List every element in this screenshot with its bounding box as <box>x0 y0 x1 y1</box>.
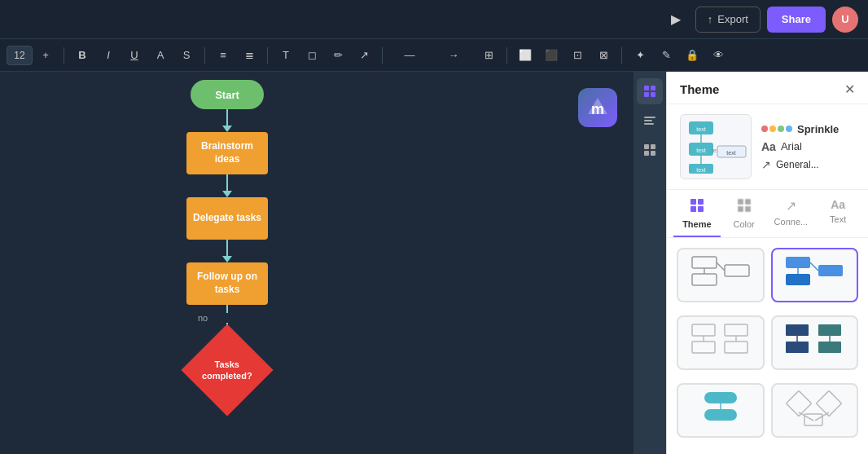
svg-rect-32 <box>692 274 717 285</box>
connect-button[interactable]: ↗ <box>353 44 375 67</box>
tab-color[interactable]: Color <box>721 193 768 237</box>
delegate-node[interactable]: Delegate tasks <box>186 197 268 240</box>
connector-icon: ↗ <box>761 158 771 171</box>
theme-info: Sprinkle Aa Arial ↗ General... <box>761 123 839 171</box>
theme-card-2[interactable] <box>771 248 859 302</box>
svg-rect-10 <box>644 151 649 156</box>
align2-button[interactable]: ≣ <box>238 44 261 67</box>
connector-1 <box>226 109 228 126</box>
svg-rect-23 <box>690 199 696 205</box>
font-size-group: + <box>7 44 57 67</box>
svg-text:text: text <box>696 148 705 153</box>
start-node[interactable]: Start <box>191 80 264 109</box>
canvas[interactable]: m Start Brainstorm ideas Delegate tasks <box>0 72 633 454</box>
svg-rect-3 <box>644 92 649 97</box>
svg-rect-57 <box>817 391 842 417</box>
pen-button[interactable]: ✏ <box>327 44 349 67</box>
theme-name-badge: Sprinkle <box>761 123 839 135</box>
theme-card-1[interactable] <box>677 248 765 302</box>
svg-text:text: text <box>696 167 705 173</box>
svg-rect-29 <box>738 206 743 212</box>
app-icon: m <box>578 88 617 127</box>
eye-button[interactable]: 👁 <box>707 44 730 67</box>
play-button[interactable]: ▶ <box>663 7 689 33</box>
tab-connector[interactable]: ↗ Conne... <box>768 193 815 237</box>
toolbar: + B I U A S ≡ ≣ T ◻ ✏ ↗ — → ⊞ ⬜ ⬛ ⊡ ⊠ ✦ … <box>0 39 868 72</box>
panel-header: Theme ✕ <box>667 72 868 104</box>
underline-button[interactable]: U <box>123 44 146 67</box>
svg-rect-41 <box>692 324 715 336</box>
svg-rect-9 <box>651 144 655 149</box>
theme-card-4[interactable] <box>771 315 859 370</box>
theme-card-3[interactable] <box>677 315 765 370</box>
share-button[interactable]: Share <box>767 7 826 33</box>
container-button[interactable]: ⬜ <box>514 44 537 67</box>
svg-rect-34 <box>725 265 749 276</box>
fill-button[interactable]: ◻ <box>300 44 323 67</box>
bold-button[interactable]: B <box>71 44 94 67</box>
lock-button[interactable]: 🔒 <box>681 44 704 67</box>
sidebar-theme-icon[interactable] <box>637 78 663 104</box>
decision-node[interactable]: Tasks completed? <box>181 324 273 416</box>
font-size-input[interactable] <box>7 46 33 65</box>
right-panel: Theme ✕ text text text — text <box>666 72 868 454</box>
svg-rect-5 <box>644 117 655 118</box>
brainstorm-node[interactable]: Brainstorm ideas <box>186 132 268 174</box>
sidebar-icon-3[interactable] <box>637 137 663 163</box>
theme-card-6[interactable] <box>771 383 859 438</box>
svg-rect-31 <box>692 257 717 268</box>
sidebar-right <box>633 72 666 454</box>
svg-rect-54 <box>704 409 737 421</box>
svg-text:text: text <box>726 150 735 156</box>
container2-button[interactable]: ⬛ <box>540 44 563 67</box>
text-button[interactable]: T <box>274 44 297 67</box>
svg-rect-56 <box>787 391 812 417</box>
theme-card-5[interactable] <box>677 383 765 438</box>
star-button[interactable]: ✦ <box>629 44 651 67</box>
svg-rect-53 <box>704 392 737 403</box>
divider-1 <box>64 47 64 64</box>
theme-font: Aa Arial <box>761 140 839 153</box>
sidebar-icon-2[interactable] <box>637 108 663 134</box>
strikethrough-button[interactable]: S <box>175 44 198 67</box>
theme-preview-main: text text text — text text <box>680 114 855 179</box>
svg-rect-58 <box>804 414 822 425</box>
arrow-1 <box>222 126 232 132</box>
followup-node[interactable]: Follow up on tasks <box>186 262 268 305</box>
edit-button[interactable]: ✎ <box>655 44 677 67</box>
tab-color-icon <box>737 198 752 216</box>
italic-button[interactable]: I <box>97 44 120 67</box>
flowchart: Start Brainstorm ideas Delegate tasks Fo… <box>186 72 268 403</box>
svg-rect-47 <box>786 324 809 336</box>
svg-rect-48 <box>786 342 809 353</box>
font-size-plus-button[interactable]: + <box>34 44 57 67</box>
no-label: no <box>198 313 208 323</box>
divider-4 <box>382 47 383 64</box>
panel-title: Theme <box>680 82 719 96</box>
align-button[interactable]: ≡ <box>212 44 235 67</box>
line-style-button[interactable]: — <box>389 44 430 67</box>
svg-rect-6 <box>644 120 652 121</box>
theme-dots <box>761 126 792 132</box>
svg-text:m: m <box>591 101 604 117</box>
border-button[interactable]: ⊞ <box>477 44 500 67</box>
icon1-button[interactable]: ⊡ <box>566 44 589 67</box>
svg-rect-24 <box>698 199 704 205</box>
arrow-2 <box>222 191 232 197</box>
arrow-3 <box>222 256 232 262</box>
font-color-button[interactable]: A <box>149 44 172 67</box>
tab-text[interactable]: Aa Text <box>814 193 861 237</box>
divider-5 <box>506 47 507 64</box>
connector-2 <box>226 174 228 191</box>
avatar: U <box>832 7 858 33</box>
svg-rect-11 <box>651 151 655 156</box>
panel-close-button[interactable]: ✕ <box>844 82 855 97</box>
tab-theme[interactable]: Theme <box>673 193 721 237</box>
svg-rect-8 <box>644 144 649 149</box>
divider-3 <box>267 47 268 64</box>
arrow-style-button[interactable]: → <box>433 44 474 67</box>
svg-rect-50 <box>818 324 841 336</box>
icon2-button[interactable]: ⊠ <box>592 44 615 67</box>
tab-theme-icon <box>690 198 704 216</box>
export-button[interactable]: ↑ Export <box>695 7 761 33</box>
